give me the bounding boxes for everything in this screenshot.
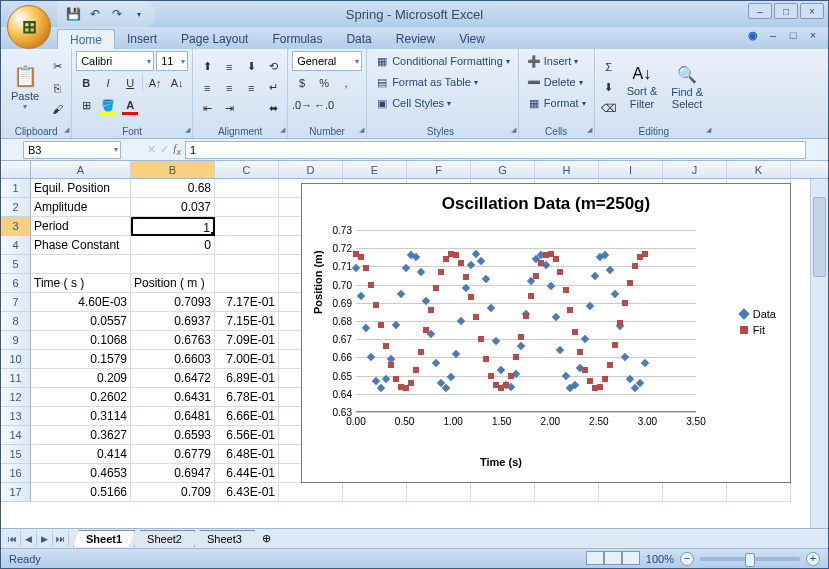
cut-button[interactable]: ✂ bbox=[47, 57, 67, 77]
next-sheet-button[interactable]: ▶ bbox=[37, 531, 53, 547]
cell[interactable]: 0.6481 bbox=[131, 407, 215, 426]
row-header[interactable]: 9 bbox=[1, 331, 31, 350]
cell[interactable]: 6.78E-01 bbox=[215, 388, 279, 407]
cell[interactable]: Phase Constant bbox=[31, 236, 131, 255]
save-icon[interactable]: 💾 bbox=[65, 6, 81, 22]
align-right-button[interactable]: ≡ bbox=[241, 78, 261, 98]
align-bottom-button[interactable]: ⬇ bbox=[241, 57, 261, 77]
comma-button[interactable]: , bbox=[336, 73, 356, 93]
cell[interactable]: 6.66E-01 bbox=[215, 407, 279, 426]
format-painter-button[interactable]: 🖌 bbox=[47, 99, 67, 119]
tab-formulas[interactable]: Formulas bbox=[260, 29, 334, 49]
zoom-out-button[interactable]: − bbox=[680, 552, 694, 566]
normal-view-button[interactable] bbox=[586, 551, 604, 565]
select-all-corner[interactable] bbox=[1, 161, 31, 178]
cell[interactable]: 7.00E-01 bbox=[215, 350, 279, 369]
fill-color-button[interactable]: 🪣 bbox=[98, 95, 118, 115]
cell[interactable]: 0.3627 bbox=[31, 426, 131, 445]
worksheet-grid[interactable]: ABCDEFGHIJK 1234567891011121314151617 Eq… bbox=[1, 161, 828, 528]
row-header[interactable]: 1 bbox=[1, 179, 31, 198]
column-header[interactable]: E bbox=[343, 161, 407, 178]
row-header[interactable]: 10 bbox=[1, 350, 31, 369]
zoom-label[interactable]: 100% bbox=[646, 553, 674, 565]
cell[interactable]: Time ( s ) bbox=[31, 274, 131, 293]
italic-button[interactable]: I bbox=[98, 73, 118, 93]
column-header[interactable]: K bbox=[727, 161, 791, 178]
cell[interactable] bbox=[407, 483, 471, 502]
tab-view[interactable]: View bbox=[447, 29, 497, 49]
cell[interactable]: 0.6947 bbox=[131, 464, 215, 483]
tab-page-layout[interactable]: Page Layout bbox=[169, 29, 260, 49]
cell[interactable]: 0.709 bbox=[131, 483, 215, 502]
cell[interactable]: 6.48E-01 bbox=[215, 445, 279, 464]
row-header[interactable]: 13 bbox=[1, 407, 31, 426]
align-left-button[interactable]: ≡ bbox=[197, 78, 217, 98]
cell[interactable]: Amplitude bbox=[31, 198, 131, 217]
close-button[interactable]: × bbox=[800, 3, 824, 19]
cancel-formula-icon[interactable]: ✕ bbox=[147, 143, 156, 156]
align-top-button[interactable]: ⬆ bbox=[197, 57, 217, 77]
prev-sheet-button[interactable]: ◀ bbox=[21, 531, 37, 547]
undo-icon[interactable]: ↶ bbox=[87, 6, 103, 22]
column-header[interactable]: F bbox=[407, 161, 471, 178]
cell[interactable] bbox=[279, 483, 343, 502]
cell[interactable] bbox=[535, 483, 599, 502]
delete-cells-button[interactable]: ➖Delete▾ bbox=[523, 72, 590, 92]
cell[interactable]: Period bbox=[31, 217, 131, 236]
cell[interactable] bbox=[599, 483, 663, 502]
row-header[interactable]: 15 bbox=[1, 445, 31, 464]
percent-button[interactable]: % bbox=[314, 73, 334, 93]
bold-button[interactable]: B bbox=[76, 73, 96, 93]
qat-dropdown-icon[interactable]: ▾ bbox=[131, 6, 147, 22]
minimize-button[interactable]: – bbox=[748, 3, 772, 19]
row-header[interactable]: 5 bbox=[1, 255, 31, 274]
office-button[interactable]: ⊞ bbox=[7, 5, 51, 49]
cell[interactable]: 0 bbox=[131, 236, 215, 255]
enter-formula-icon[interactable]: ✓ bbox=[160, 143, 169, 156]
cell[interactable] bbox=[215, 274, 279, 293]
cell[interactable]: 0.414 bbox=[31, 445, 131, 464]
fx-icon[interactable]: fx bbox=[173, 142, 181, 157]
cell[interactable]: Equil. Position bbox=[31, 179, 131, 198]
sheet-tab[interactable]: Sheet1 bbox=[73, 530, 135, 547]
new-sheet-button[interactable]: ⊕ bbox=[254, 530, 279, 547]
sheet-tab[interactable]: Sheet3 bbox=[194, 530, 255, 547]
row-header[interactable]: 8 bbox=[1, 312, 31, 331]
font-size-combo[interactable]: 11 bbox=[156, 51, 188, 71]
shrink-font-button[interactable]: A↓ bbox=[167, 73, 187, 93]
row-header[interactable]: 11 bbox=[1, 369, 31, 388]
merge-button[interactable]: ⬌ bbox=[263, 99, 283, 119]
cell[interactable] bbox=[343, 483, 407, 502]
conditional-formatting-button[interactable]: ▦Conditional Formatting▾ bbox=[371, 51, 514, 71]
cell[interactable] bbox=[471, 483, 535, 502]
row-header[interactable]: 12 bbox=[1, 388, 31, 407]
align-center-button[interactable]: ≡ bbox=[219, 78, 239, 98]
row-header[interactable]: 6 bbox=[1, 274, 31, 293]
tab-data[interactable]: Data bbox=[334, 29, 383, 49]
cell[interactable]: 6.89E-01 bbox=[215, 369, 279, 388]
column-header[interactable]: G bbox=[471, 161, 535, 178]
restore-workbook-icon[interactable]: □ bbox=[786, 29, 800, 42]
cell[interactable]: 0.6472 bbox=[131, 369, 215, 388]
cell[interactable]: 0.6937 bbox=[131, 312, 215, 331]
cell[interactable] bbox=[727, 483, 791, 502]
row-header[interactable]: 3 bbox=[1, 217, 31, 236]
font-name-combo[interactable]: Calibri bbox=[76, 51, 154, 71]
embedded-chart[interactable]: Oscillation Data (m=250g) Position (m) 0… bbox=[301, 183, 791, 483]
grow-font-button[interactable]: A↑ bbox=[145, 73, 165, 93]
sheet-tab[interactable]: Sheet2 bbox=[134, 530, 195, 547]
increase-indent-button[interactable]: ⇥ bbox=[219, 99, 239, 119]
zoom-in-button[interactable]: + bbox=[806, 552, 820, 566]
first-sheet-button[interactable]: ⏮ bbox=[5, 531, 21, 547]
name-box[interactable]: B3 bbox=[23, 141, 121, 159]
cell[interactable]: 4.60E-03 bbox=[31, 293, 131, 312]
cell[interactable]: 6.44E-01 bbox=[215, 464, 279, 483]
fill-button[interactable]: ⬇ bbox=[599, 78, 619, 98]
currency-button[interactable]: $ bbox=[292, 73, 312, 93]
maximize-button[interactable]: □ bbox=[774, 3, 798, 19]
cell[interactable]: 0.7093 bbox=[131, 293, 215, 312]
cell[interactable]: 0.209 bbox=[31, 369, 131, 388]
cell[interactable]: 0.68 bbox=[131, 179, 215, 198]
column-header[interactable]: I bbox=[599, 161, 663, 178]
cell[interactable]: 0.3114 bbox=[31, 407, 131, 426]
